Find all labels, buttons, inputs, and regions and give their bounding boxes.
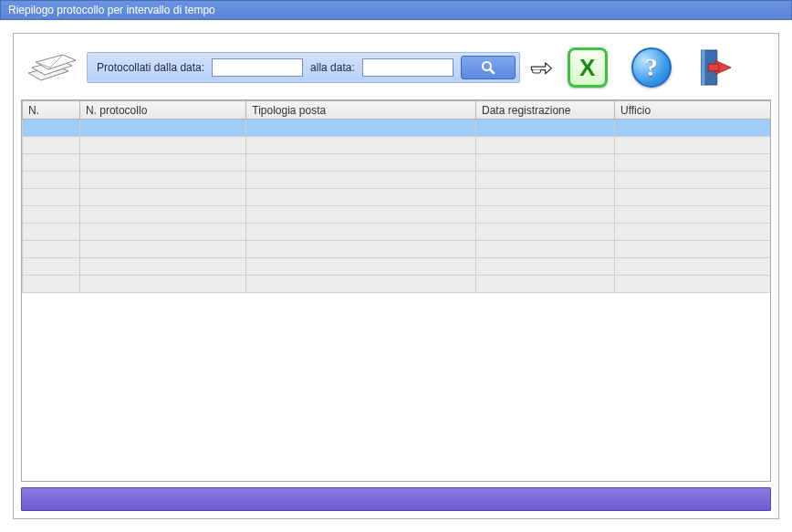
pointing-hand-icon bbox=[527, 51, 560, 84]
table-cell[interactable] bbox=[246, 154, 476, 172]
table-cell[interactable] bbox=[614, 224, 770, 241]
col-header-n[interactable]: N. bbox=[23, 101, 80, 120]
status-bar bbox=[21, 487, 771, 511]
table-cell[interactable] bbox=[476, 137, 615, 154]
grid-table: N. N. protocollo Tipologia posta Data re… bbox=[22, 100, 770, 293]
date-filter-bar: Protocollati dalla data: alla data: bbox=[87, 52, 520, 83]
table-cell[interactable] bbox=[246, 172, 476, 189]
table-cell[interactable] bbox=[23, 172, 80, 189]
table-row[interactable] bbox=[23, 276, 771, 293]
magnifier-icon bbox=[481, 60, 495, 75]
table-cell[interactable] bbox=[476, 206, 615, 224]
table-cell[interactable] bbox=[614, 241, 770, 258]
excel-x-icon: X bbox=[579, 54, 595, 82]
table-cell[interactable] bbox=[476, 154, 615, 172]
table-cell[interactable] bbox=[79, 206, 245, 224]
table-cell[interactable] bbox=[614, 258, 770, 276]
table-cell[interactable] bbox=[614, 137, 770, 154]
grid-scroll-area[interactable]: N. N. protocollo Tipologia posta Data re… bbox=[22, 100, 770, 481]
col-header-ufficio[interactable]: Ufficio bbox=[614, 101, 770, 120]
table-cell[interactable] bbox=[23, 224, 80, 241]
col-header-tipologia[interactable]: Tipologia posta bbox=[246, 101, 476, 120]
table-cell[interactable] bbox=[23, 154, 80, 172]
from-date-input[interactable] bbox=[212, 58, 303, 77]
table-cell[interactable] bbox=[476, 189, 615, 206]
exit-door-icon bbox=[696, 48, 731, 87]
table-cell[interactable] bbox=[23, 241, 80, 258]
table-cell[interactable] bbox=[23, 276, 80, 293]
table-cell[interactable] bbox=[614, 189, 770, 206]
to-date-input[interactable] bbox=[362, 58, 453, 77]
table-cell[interactable] bbox=[246, 224, 476, 241]
table-row[interactable] bbox=[23, 137, 771, 154]
col-header-n-protocollo[interactable]: N. protocollo bbox=[79, 101, 245, 120]
table-cell[interactable] bbox=[79, 154, 245, 172]
table-row[interactable] bbox=[23, 206, 771, 224]
results-grid[interactable]: N. N. protocollo Tipologia posta Data re… bbox=[21, 99, 771, 482]
from-date-label: Protocollati dalla data: bbox=[97, 61, 204, 74]
table-cell[interactable] bbox=[79, 137, 245, 154]
table-cell[interactable] bbox=[476, 276, 615, 293]
to-date-label: alla data: bbox=[310, 61, 355, 74]
export-excel-button[interactable]: X bbox=[568, 47, 608, 88]
table-cell[interactable] bbox=[614, 120, 770, 137]
window-title: Riepilogo protocollo per intervallo di t… bbox=[8, 4, 215, 16]
table-cell[interactable] bbox=[23, 206, 80, 224]
table-cell[interactable] bbox=[476, 172, 615, 189]
svg-rect-8 bbox=[708, 64, 718, 71]
svg-rect-6 bbox=[701, 50, 704, 85]
table-cell[interactable] bbox=[79, 189, 245, 206]
table-row[interactable] bbox=[23, 172, 771, 189]
table-cell[interactable] bbox=[79, 172, 245, 189]
table-cell[interactable] bbox=[246, 137, 476, 154]
main-panel: Protocollati dalla data: alla data: bbox=[13, 33, 779, 519]
window-body: Protocollati dalla data: alla data: bbox=[0, 20, 792, 532]
table-cell[interactable] bbox=[79, 241, 245, 258]
table-cell[interactable] bbox=[246, 241, 476, 258]
exit-button[interactable] bbox=[695, 47, 732, 88]
table-cell[interactable] bbox=[79, 258, 245, 276]
table-cell[interactable] bbox=[476, 241, 615, 258]
svg-line-4 bbox=[490, 69, 494, 73]
table-cell[interactable] bbox=[614, 154, 770, 172]
table-cell[interactable] bbox=[246, 206, 476, 224]
search-button[interactable] bbox=[461, 56, 516, 79]
question-mark-icon: ? bbox=[645, 53, 658, 82]
table-cell[interactable] bbox=[23, 189, 80, 206]
table-cell[interactable] bbox=[246, 258, 476, 276]
table-cell[interactable] bbox=[79, 276, 245, 293]
table-cell[interactable] bbox=[476, 224, 615, 241]
table-cell[interactable] bbox=[23, 258, 80, 276]
table-cell[interactable] bbox=[23, 120, 80, 137]
table-cell[interactable] bbox=[79, 120, 245, 137]
table-row[interactable] bbox=[23, 120, 771, 137]
grid-header-row: N. N. protocollo Tipologia posta Data re… bbox=[23, 101, 771, 120]
table-row[interactable] bbox=[23, 241, 771, 258]
table-row[interactable] bbox=[23, 224, 771, 241]
table-cell[interactable] bbox=[476, 120, 615, 137]
col-header-data-reg[interactable]: Data registrazione bbox=[476, 101, 615, 120]
table-row[interactable] bbox=[23, 189, 771, 206]
table-cell[interactable] bbox=[23, 137, 80, 154]
table-cell[interactable] bbox=[614, 172, 770, 189]
toolbar: Protocollati dalla data: alla data: bbox=[21, 41, 771, 94]
table-cell[interactable] bbox=[246, 276, 476, 293]
table-cell[interactable] bbox=[246, 120, 476, 137]
titlebar: Riepilogo protocollo per intervallo di t… bbox=[0, 0, 792, 20]
table-cell[interactable] bbox=[476, 258, 615, 276]
table-row[interactable] bbox=[23, 154, 771, 172]
mail-stack-icon bbox=[21, 45, 79, 90]
table-cell[interactable] bbox=[79, 224, 245, 241]
table-cell[interactable] bbox=[614, 206, 770, 224]
table-cell[interactable] bbox=[246, 189, 476, 206]
table-cell[interactable] bbox=[614, 276, 770, 293]
table-row[interactable] bbox=[23, 258, 771, 276]
help-button[interactable]: ? bbox=[631, 47, 672, 88]
